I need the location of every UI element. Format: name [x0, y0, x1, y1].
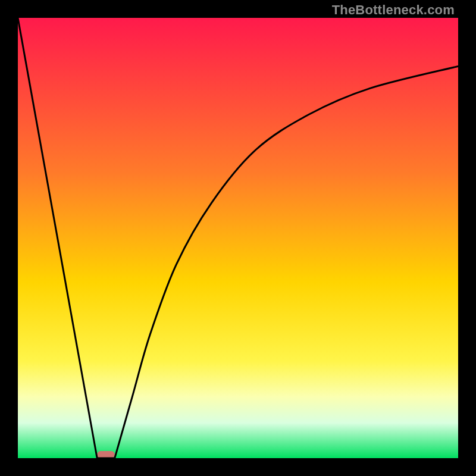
bottleneck-chart: [18, 18, 458, 458]
chart-background: [18, 18, 458, 458]
watermark-text: TheBottleneck.com: [332, 2, 455, 18]
svg-rect-0: [97, 451, 115, 458]
target-marker: [97, 451, 115, 458]
chart-frame: [18, 18, 458, 458]
